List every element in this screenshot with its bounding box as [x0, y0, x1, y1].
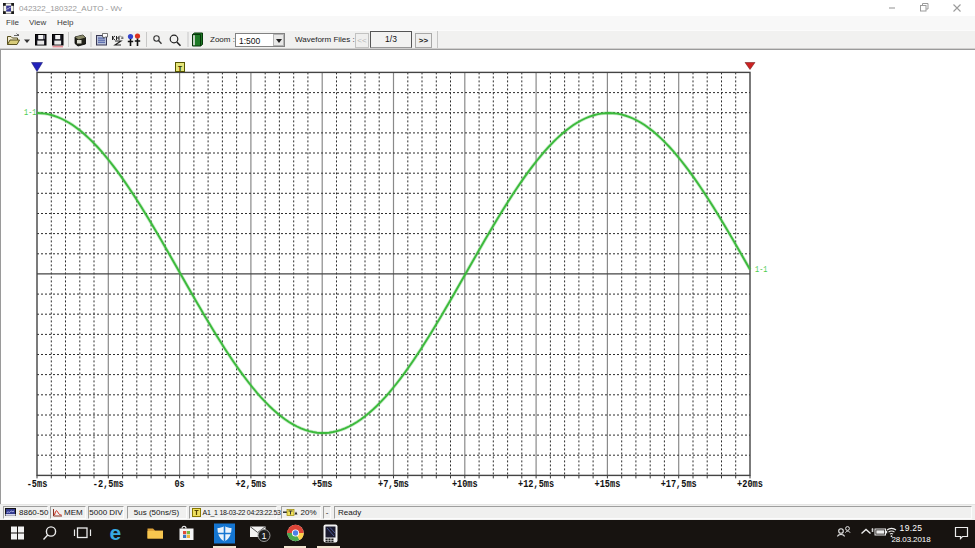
svg-text:e: e — [110, 521, 122, 544]
svg-text:+2,5ms: +2,5ms — [235, 478, 266, 490]
svg-text:-5ms: -5ms — [27, 478, 48, 490]
svg-text:0s: 0s — [174, 478, 184, 490]
svg-text:1-1: 1-1 — [24, 108, 37, 118]
svg-text:1-1: 1-1 — [755, 265, 768, 275]
svg-text:+20ms: +20ms — [737, 478, 763, 490]
svg-text:-2,5ms: -2,5ms — [93, 478, 124, 490]
svg-text:+17,5ms: +17,5ms — [661, 478, 697, 490]
svg-text:T: T — [178, 65, 183, 73]
svg-text:+10ms: +10ms — [452, 478, 478, 490]
svg-text:+7,5ms: +7,5ms — [378, 478, 409, 490]
svg-text:+15ms: +15ms — [595, 478, 621, 490]
svg-text:1: 1 — [261, 531, 266, 541]
svg-text:+12,5ms: +12,5ms — [518, 478, 554, 490]
svg-text:+5ms: +5ms — [312, 478, 333, 490]
